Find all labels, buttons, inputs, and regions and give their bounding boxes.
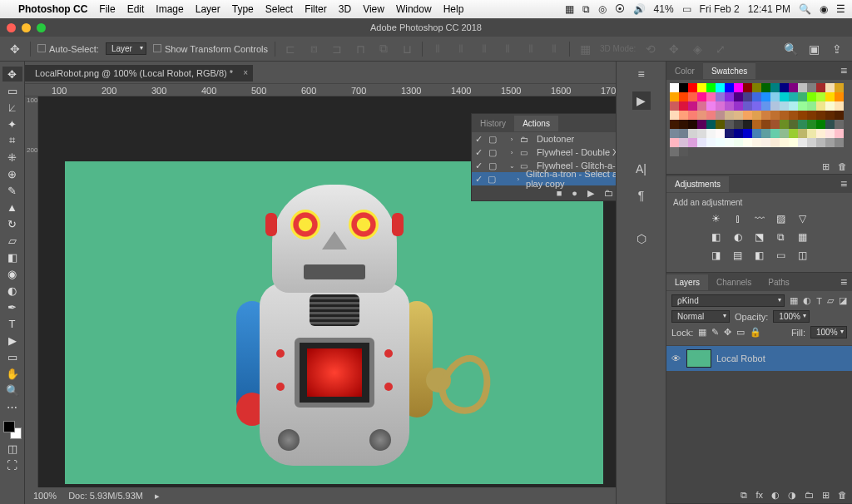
- dodge-tool[interactable]: ◐: [2, 283, 22, 298]
- swatch[interactable]: [770, 129, 780, 138]
- swatch[interactable]: [761, 120, 770, 129]
- action-stop-icon[interactable]: ■: [557, 188, 562, 198]
- swatch[interactable]: [716, 101, 725, 111]
- swatch[interactable]: [697, 111, 706, 120]
- menu-image[interactable]: Image: [156, 3, 183, 15]
- swatch[interactable]: [688, 120, 697, 129]
- swatch[interactable]: [716, 92, 725, 101]
- swatch[interactable]: [679, 147, 688, 156]
- menu-help[interactable]: Help: [443, 3, 464, 15]
- adj-posterize-icon[interactable]: ▤: [731, 249, 745, 262]
- swatch[interactable]: [706, 92, 716, 101]
- swatch[interactable]: [725, 111, 734, 120]
- swatch[interactable]: [716, 120, 725, 129]
- swatch[interactable]: [825, 111, 835, 120]
- swatch[interactable]: [697, 101, 706, 111]
- lock-artboard-icon[interactable]: ▭: [736, 327, 745, 338]
- adjustments-menu-icon[interactable]: ≡: [835, 175, 852, 192]
- menu-window[interactable]: Window: [396, 3, 432, 15]
- distribute-6-icon[interactable]: ⫴: [546, 41, 562, 57]
- swatch[interactable]: [679, 138, 688, 147]
- swatch[interactable]: [734, 92, 743, 101]
- swatch[interactable]: [725, 101, 734, 111]
- swatch[interactable]: [807, 101, 816, 111]
- menubar-dropbox-icon[interactable]: ⧉: [582, 3, 590, 15]
- action-play-icon[interactable]: ▶: [587, 188, 594, 199]
- edit-toolbar[interactable]: ⋯: [2, 399, 22, 414]
- swatch[interactable]: [752, 92, 761, 101]
- menu-type[interactable]: Type: [232, 3, 254, 15]
- layers-tab[interactable]: Layers: [666, 274, 708, 290]
- actions-tab[interactable]: Actions: [514, 116, 558, 131]
- swatch[interactable]: [798, 83, 807, 92]
- 3d-slide-icon[interactable]: ◈: [689, 41, 706, 57]
- swatch[interactable]: [752, 111, 761, 120]
- swatch[interactable]: [706, 120, 716, 129]
- eyedropper-tool[interactable]: ⁜: [2, 150, 22, 165]
- show-transform-checkbox[interactable]: Show Transform Controls: [153, 44, 268, 54]
- swatch[interactable]: [780, 101, 789, 111]
- menu-3d[interactable]: 3D: [339, 3, 351, 15]
- swatch[interactable]: [670, 129, 679, 138]
- character-panel-icon[interactable]: A|: [632, 160, 651, 178]
- swatch[interactable]: [734, 101, 743, 111]
- adj-bw-icon[interactable]: ◐: [731, 230, 745, 244]
- swatch[interactable]: [725, 92, 734, 101]
- menubar-battery-icon[interactable]: ▭: [682, 3, 691, 15]
- menu-file[interactable]: File: [99, 3, 115, 15]
- blur-tool[interactable]: ◉: [2, 266, 22, 281]
- swatch[interactable]: [789, 129, 798, 138]
- layer-link-icon[interactable]: ⧉: [741, 490, 747, 501]
- maximize-window-button[interactable]: [37, 23, 46, 32]
- swatch[interactable]: [789, 92, 798, 101]
- swatch[interactable]: [670, 147, 679, 156]
- layer-mask-icon[interactable]: ◐: [771, 490, 780, 501]
- swatch[interactable]: [807, 138, 816, 147]
- auto-align-icon[interactable]: ▦: [577, 41, 593, 57]
- swatch[interactable]: [807, 92, 816, 101]
- swatch[interactable]: [716, 83, 725, 92]
- swatch[interactable]: [798, 129, 807, 138]
- swatch[interactable]: [816, 92, 825, 101]
- auto-select-checkbox[interactable]: Auto-Select:: [37, 44, 99, 54]
- quick-select-tool[interactable]: ✦: [2, 116, 22, 131]
- swatch[interactable]: [770, 101, 780, 111]
- swatch[interactable]: [743, 92, 752, 101]
- swatch[interactable]: [780, 92, 789, 101]
- hand-tool[interactable]: ✋: [2, 366, 22, 381]
- align-center-h-icon[interactable]: ⧈: [305, 41, 322, 57]
- swatch[interactable]: [688, 83, 697, 92]
- menubar-circle-icon[interactable]: ◎: [598, 3, 607, 15]
- swatch[interactable]: [670, 120, 679, 129]
- layer-fx-icon[interactable]: fx: [755, 490, 763, 501]
- menu-select[interactable]: Select: [265, 3, 293, 15]
- menubar-siri-icon[interactable]: ◉: [820, 3, 828, 15]
- foreground-color[interactable]: [3, 421, 15, 432]
- shape-tool[interactable]: ▭: [2, 349, 22, 364]
- swatch[interactable]: [816, 111, 825, 120]
- adj-levels-icon[interactable]: ⫿: [731, 212, 745, 225]
- blend-mode-dropdown[interactable]: Normal: [671, 310, 730, 323]
- swatch[interactable]: [670, 92, 679, 101]
- adj-threshold-icon[interactable]: ◧: [753, 249, 766, 262]
- swatch[interactable]: [688, 101, 697, 111]
- menu-view[interactable]: View: [363, 3, 384, 15]
- swatch[interactable]: [835, 138, 844, 147]
- menubar-time[interactable]: 12:41 PM: [748, 3, 790, 15]
- minimize-window-button[interactable]: [22, 23, 31, 32]
- layer-group-icon[interactable]: 🗀: [805, 490, 814, 501]
- menu-layer[interactable]: Layer: [196, 3, 220, 15]
- layer-list[interactable]: 👁 Local Robot: [666, 346, 852, 487]
- swatch[interactable]: [798, 120, 807, 129]
- adjustments-tab[interactable]: Adjustments: [666, 176, 729, 192]
- menu-edit[interactable]: Edit: [127, 3, 145, 15]
- swatch[interactable]: [807, 120, 816, 129]
- swatch[interactable]: [734, 138, 743, 147]
- history-brush-tool[interactable]: ↻: [2, 216, 22, 231]
- menubar-date[interactable]: Fri Feb 2: [700, 3, 740, 15]
- swatch[interactable]: [743, 111, 752, 120]
- swatch[interactable]: [816, 138, 825, 147]
- swatch[interactable]: [807, 111, 816, 120]
- crop-tool[interactable]: ⌗: [2, 133, 22, 148]
- swatch[interactable]: [743, 83, 752, 92]
